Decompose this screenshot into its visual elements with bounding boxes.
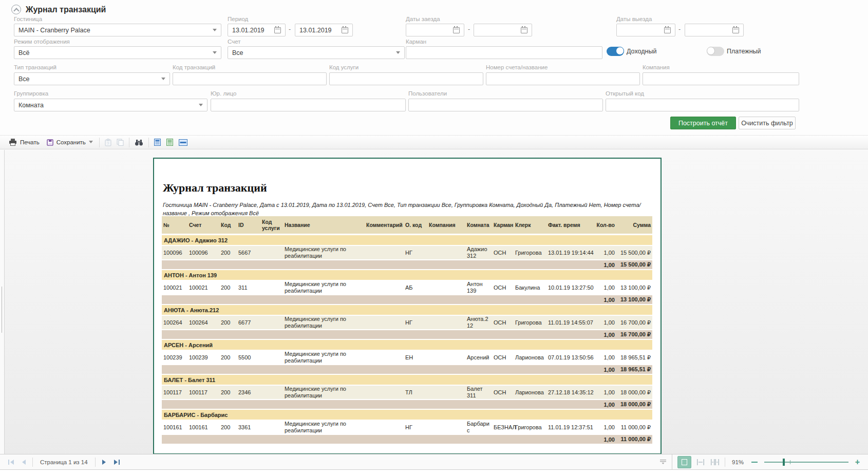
company-input[interactable] bbox=[643, 72, 799, 85]
first-page-button[interactable] bbox=[7, 459, 15, 466]
cell-id: 5667 bbox=[237, 245, 260, 260]
service-code-input[interactable] bbox=[329, 72, 483, 85]
save-button[interactable]: Сохранить bbox=[43, 138, 97, 147]
cell-code: 200 bbox=[219, 245, 237, 260]
pocket-input[interactable] bbox=[406, 46, 602, 59]
toolbar-separator bbox=[148, 138, 149, 147]
col-header-sum: Сумма bbox=[616, 216, 652, 235]
cell-op_code: НГ bbox=[404, 315, 427, 330]
tx-type-select[interactable]: Все bbox=[14, 72, 170, 85]
cell-op_code: НГ bbox=[404, 420, 427, 434]
cell-company bbox=[427, 350, 465, 365]
zoom-out-button[interactable] bbox=[751, 462, 758, 463]
subtotal-account bbox=[187, 400, 219, 409]
last-page-button[interactable] bbox=[112, 459, 121, 466]
cell-account: 100096 bbox=[187, 245, 219, 260]
zoom-slider[interactable] bbox=[764, 462, 848, 463]
printer-icon bbox=[9, 139, 17, 146]
payment-toggle[interactable] bbox=[707, 47, 724, 56]
report-group-row: АНТОН - Антон 139 bbox=[162, 270, 652, 280]
report-group-row: АДАЖИО - Адажио 312 bbox=[162, 235, 652, 246]
group-name: БАЛЕТ - Балет 311 bbox=[162, 374, 652, 385]
view-single-page-button[interactable] bbox=[152, 137, 164, 147]
cell-op_code: НГ bbox=[404, 245, 427, 260]
cell-room: Арсений bbox=[465, 350, 492, 365]
departure-to-input[interactable] bbox=[685, 24, 744, 36]
cell-id: 2346 bbox=[237, 385, 260, 400]
hotel-select[interactable]: MAIN - Cranberry Palace bbox=[14, 24, 221, 36]
subtotal-name bbox=[283, 295, 365, 305]
subtotal-code bbox=[219, 365, 237, 374]
arrival-to-input[interactable] bbox=[474, 24, 532, 36]
col-header-op_code: О. код bbox=[404, 216, 427, 235]
report-group-row: БАРБАРИС - Барбарис bbox=[162, 409, 652, 420]
cell-clerk: Григорова bbox=[514, 420, 546, 434]
departure-from-input[interactable] bbox=[616, 24, 675, 36]
fit-width-button[interactable] bbox=[710, 458, 720, 466]
subtotal-pocket bbox=[492, 365, 514, 374]
calendar-icon[interactable] bbox=[342, 27, 348, 33]
print-button[interactable]: Печать bbox=[5, 137, 43, 147]
hotel-value: MAIN - Cranberry Palace bbox=[18, 27, 90, 34]
col-header-service_code: Код услуги bbox=[260, 216, 283, 235]
departure-dates-label: Даты выезда bbox=[616, 16, 652, 22]
cell-room: Анюта.212 bbox=[465, 315, 492, 330]
collapse-filters-icon[interactable] bbox=[11, 5, 21, 14]
fit-page-button[interactable] bbox=[696, 458, 705, 466]
users-input[interactable] bbox=[408, 99, 603, 111]
tx-code-input[interactable] bbox=[173, 72, 327, 85]
zoom-in-button[interactable]: + bbox=[855, 460, 860, 465]
account-select[interactable]: Все bbox=[228, 46, 405, 59]
zoom-page-mode-button[interactable] bbox=[677, 456, 691, 468]
period-to-input[interactable]: 13.01.2019 bbox=[295, 24, 353, 36]
report-data-row: 1002641002642006677Медицинские услуги по… bbox=[162, 315, 652, 330]
display-mode-select[interactable]: Всё bbox=[14, 46, 221, 59]
subtotal-no bbox=[162, 260, 187, 270]
subtotal-op_code bbox=[404, 260, 427, 270]
subtotal-time bbox=[546, 260, 595, 270]
subtotal-room bbox=[465, 295, 492, 305]
zoom-slider-tick bbox=[790, 460, 790, 464]
build-report-button[interactable]: Построить отчёт bbox=[670, 117, 736, 129]
subtotal-service_code bbox=[260, 400, 283, 409]
calendar-icon[interactable] bbox=[453, 27, 460, 33]
calendar-icon[interactable] bbox=[664, 27, 671, 33]
app-window: Журнал транзакций Гостиница MAIN - Cranb… bbox=[0, 0, 868, 475]
next-page-button[interactable] bbox=[101, 459, 107, 466]
subtotal-room bbox=[465, 434, 492, 444]
arrival-from-input[interactable] bbox=[406, 24, 464, 36]
cell-sum: 11 000,00 ₽ bbox=[616, 420, 652, 434]
legal-entity-input[interactable] bbox=[211, 99, 406, 111]
subtotal-name bbox=[283, 365, 365, 374]
view-page-width-button[interactable] bbox=[176, 138, 190, 147]
view-continuous-button[interactable] bbox=[164, 137, 176, 147]
calendar-icon[interactable] bbox=[521, 27, 527, 33]
chevron-down-icon bbox=[396, 51, 400, 56]
page-header: Журнал транзакций bbox=[11, 5, 106, 14]
open-code-input[interactable] bbox=[606, 99, 799, 111]
cell-room: Адажио 312 bbox=[465, 245, 492, 260]
cell-account: 100021 bbox=[187, 280, 219, 295]
period-from-input[interactable]: 13.01.2019 bbox=[228, 24, 286, 36]
income-toggle[interactable] bbox=[607, 47, 624, 56]
calendar-icon[interactable] bbox=[274, 27, 281, 33]
clear-filter-button[interactable]: Очистить фильтр bbox=[739, 117, 796, 129]
statusbar-separator bbox=[725, 458, 725, 467]
collapse-statusbar-button[interactable] bbox=[654, 459, 672, 465]
cell-sum: 15 500,00 ₽ bbox=[616, 245, 652, 260]
cell-code: 200 bbox=[219, 385, 237, 400]
users-label: Пользователи bbox=[408, 90, 447, 97]
cell-code: 200 bbox=[219, 350, 237, 365]
account-number-input[interactable] bbox=[486, 72, 640, 85]
subtotal-pocket bbox=[492, 434, 514, 444]
calendar-icon[interactable] bbox=[732, 27, 739, 33]
grouping-select[interactable]: Комната bbox=[14, 99, 207, 111]
prev-page-button[interactable] bbox=[21, 459, 27, 466]
zoom-slider-handle[interactable] bbox=[783, 459, 785, 466]
search-button[interactable] bbox=[132, 138, 146, 147]
report-data-row: 1002391002392005500Медицинские услуги по… bbox=[162, 350, 652, 365]
subtotal-code bbox=[219, 260, 237, 270]
splitter-handle[interactable] bbox=[0, 150, 5, 454]
cell-account: 100239 bbox=[187, 350, 219, 365]
single-page-icon bbox=[154, 139, 161, 146]
